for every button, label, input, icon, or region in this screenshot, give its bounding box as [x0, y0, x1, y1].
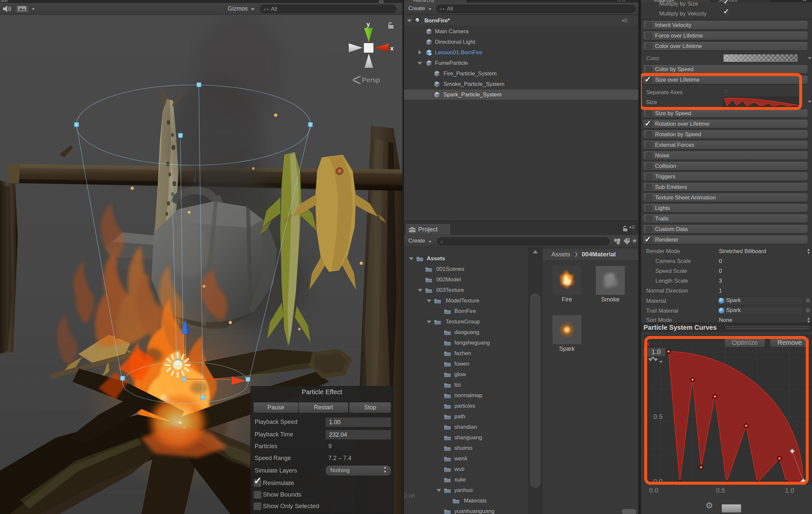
svg-text:y: y	[367, 21, 370, 28]
svg-text:x: x	[390, 45, 394, 52]
svg-text:Persp: Persp	[362, 76, 380, 84]
